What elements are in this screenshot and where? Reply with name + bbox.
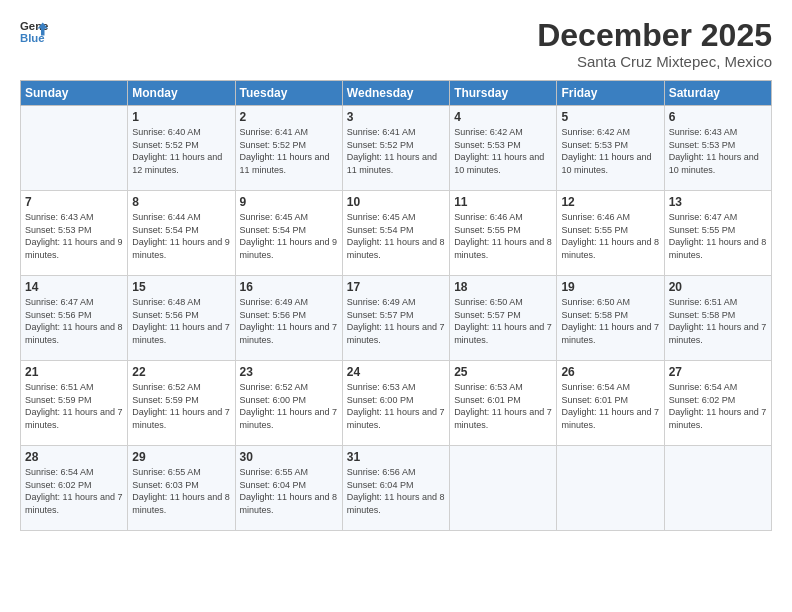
day-number: 24 [347,365,445,379]
day-number: 27 [669,365,767,379]
day-info: Sunrise: 6:53 AMSunset: 6:00 PMDaylight:… [347,381,445,431]
day-info: Sunrise: 6:54 AMSunset: 6:02 PMDaylight:… [25,466,123,516]
calendar-cell [557,446,664,531]
calendar-cell: 10Sunrise: 6:45 AMSunset: 5:54 PMDayligh… [342,191,449,276]
day-number: 22 [132,365,230,379]
day-info: Sunrise: 6:45 AMSunset: 5:54 PMDaylight:… [347,211,445,261]
day-number: 23 [240,365,338,379]
day-number: 31 [347,450,445,464]
calendar-cell [21,106,128,191]
day-info: Sunrise: 6:42 AMSunset: 5:53 PMDaylight:… [454,126,552,176]
calendar-cell: 21Sunrise: 6:51 AMSunset: 5:59 PMDayligh… [21,361,128,446]
day-info: Sunrise: 6:50 AMSunset: 5:57 PMDaylight:… [454,296,552,346]
calendar-cell: 4Sunrise: 6:42 AMSunset: 5:53 PMDaylight… [450,106,557,191]
day-number: 11 [454,195,552,209]
location-title: Santa Cruz Mixtepec, Mexico [537,53,772,70]
day-info: Sunrise: 6:45 AMSunset: 5:54 PMDaylight:… [240,211,338,261]
day-number: 15 [132,280,230,294]
day-number: 4 [454,110,552,124]
day-info: Sunrise: 6:49 AMSunset: 5:57 PMDaylight:… [347,296,445,346]
day-info: Sunrise: 6:48 AMSunset: 5:56 PMDaylight:… [132,296,230,346]
day-info: Sunrise: 6:54 AMSunset: 6:01 PMDaylight:… [561,381,659,431]
day-info: Sunrise: 6:56 AMSunset: 6:04 PMDaylight:… [347,466,445,516]
calendar-week-1: 1Sunrise: 6:40 AMSunset: 5:52 PMDaylight… [21,106,772,191]
col-saturday: Saturday [664,81,771,106]
day-info: Sunrise: 6:50 AMSunset: 5:58 PMDaylight:… [561,296,659,346]
day-info: Sunrise: 6:43 AMSunset: 5:53 PMDaylight:… [669,126,767,176]
day-number: 7 [25,195,123,209]
calendar-cell: 20Sunrise: 6:51 AMSunset: 5:58 PMDayligh… [664,276,771,361]
col-friday: Friday [557,81,664,106]
calendar-cell: 17Sunrise: 6:49 AMSunset: 5:57 PMDayligh… [342,276,449,361]
day-number: 26 [561,365,659,379]
calendar-cell: 19Sunrise: 6:50 AMSunset: 5:58 PMDayligh… [557,276,664,361]
day-number: 3 [347,110,445,124]
calendar-cell: 8Sunrise: 6:44 AMSunset: 5:54 PMDaylight… [128,191,235,276]
month-title: December 2025 [537,18,772,53]
day-info: Sunrise: 6:55 AMSunset: 6:03 PMDaylight:… [132,466,230,516]
day-info: Sunrise: 6:49 AMSunset: 5:56 PMDaylight:… [240,296,338,346]
day-number: 10 [347,195,445,209]
calendar-cell: 1Sunrise: 6:40 AMSunset: 5:52 PMDaylight… [128,106,235,191]
header: GeneralBlue December 2025 Santa Cruz Mix… [20,18,772,70]
day-info: Sunrise: 6:51 AMSunset: 5:58 PMDaylight:… [669,296,767,346]
col-sunday: Sunday [21,81,128,106]
calendar-cell: 30Sunrise: 6:55 AMSunset: 6:04 PMDayligh… [235,446,342,531]
page: GeneralBlue December 2025 Santa Cruz Mix… [0,0,792,612]
calendar-table: Sunday Monday Tuesday Wednesday Thursday… [20,80,772,531]
day-number: 5 [561,110,659,124]
day-number: 30 [240,450,338,464]
day-number: 8 [132,195,230,209]
calendar-cell: 5Sunrise: 6:42 AMSunset: 5:53 PMDaylight… [557,106,664,191]
svg-text:Blue: Blue [20,32,45,44]
day-info: Sunrise: 6:42 AMSunset: 5:53 PMDaylight:… [561,126,659,176]
calendar-cell: 26Sunrise: 6:54 AMSunset: 6:01 PMDayligh… [557,361,664,446]
day-number: 9 [240,195,338,209]
day-info: Sunrise: 6:51 AMSunset: 5:59 PMDaylight:… [25,381,123,431]
calendar-cell: 23Sunrise: 6:52 AMSunset: 6:00 PMDayligh… [235,361,342,446]
calendar-cell: 6Sunrise: 6:43 AMSunset: 5:53 PMDaylight… [664,106,771,191]
calendar-cell: 29Sunrise: 6:55 AMSunset: 6:03 PMDayligh… [128,446,235,531]
day-number: 2 [240,110,338,124]
calendar-cell: 12Sunrise: 6:46 AMSunset: 5:55 PMDayligh… [557,191,664,276]
day-info: Sunrise: 6:52 AMSunset: 6:00 PMDaylight:… [240,381,338,431]
day-number: 18 [454,280,552,294]
day-info: Sunrise: 6:46 AMSunset: 5:55 PMDaylight:… [454,211,552,261]
day-info: Sunrise: 6:44 AMSunset: 5:54 PMDaylight:… [132,211,230,261]
calendar-cell: 14Sunrise: 6:47 AMSunset: 5:56 PMDayligh… [21,276,128,361]
col-wednesday: Wednesday [342,81,449,106]
day-number: 28 [25,450,123,464]
day-number: 14 [25,280,123,294]
day-info: Sunrise: 6:54 AMSunset: 6:02 PMDaylight:… [669,381,767,431]
day-number: 17 [347,280,445,294]
calendar-cell: 9Sunrise: 6:45 AMSunset: 5:54 PMDaylight… [235,191,342,276]
calendar-cell: 16Sunrise: 6:49 AMSunset: 5:56 PMDayligh… [235,276,342,361]
calendar-cell [664,446,771,531]
col-monday: Monday [128,81,235,106]
calendar-cell: 7Sunrise: 6:43 AMSunset: 5:53 PMDaylight… [21,191,128,276]
calendar-week-5: 28Sunrise: 6:54 AMSunset: 6:02 PMDayligh… [21,446,772,531]
day-number: 25 [454,365,552,379]
day-info: Sunrise: 6:47 AMSunset: 5:55 PMDaylight:… [669,211,767,261]
day-number: 16 [240,280,338,294]
calendar-week-2: 7Sunrise: 6:43 AMSunset: 5:53 PMDaylight… [21,191,772,276]
calendar-cell: 28Sunrise: 6:54 AMSunset: 6:02 PMDayligh… [21,446,128,531]
day-info: Sunrise: 6:52 AMSunset: 5:59 PMDaylight:… [132,381,230,431]
day-info: Sunrise: 6:46 AMSunset: 5:55 PMDaylight:… [561,211,659,261]
calendar-cell: 25Sunrise: 6:53 AMSunset: 6:01 PMDayligh… [450,361,557,446]
day-info: Sunrise: 6:43 AMSunset: 5:53 PMDaylight:… [25,211,123,261]
day-info: Sunrise: 6:55 AMSunset: 6:04 PMDaylight:… [240,466,338,516]
logo: GeneralBlue [20,18,48,46]
calendar-cell: 24Sunrise: 6:53 AMSunset: 6:00 PMDayligh… [342,361,449,446]
day-info: Sunrise: 6:40 AMSunset: 5:52 PMDaylight:… [132,126,230,176]
day-number: 12 [561,195,659,209]
day-number: 1 [132,110,230,124]
logo-icon: GeneralBlue [20,18,48,46]
day-number: 13 [669,195,767,209]
calendar-cell: 22Sunrise: 6:52 AMSunset: 5:59 PMDayligh… [128,361,235,446]
calendar-week-4: 21Sunrise: 6:51 AMSunset: 5:59 PMDayligh… [21,361,772,446]
day-number: 29 [132,450,230,464]
calendar-week-3: 14Sunrise: 6:47 AMSunset: 5:56 PMDayligh… [21,276,772,361]
col-thursday: Thursday [450,81,557,106]
calendar-cell: 27Sunrise: 6:54 AMSunset: 6:02 PMDayligh… [664,361,771,446]
